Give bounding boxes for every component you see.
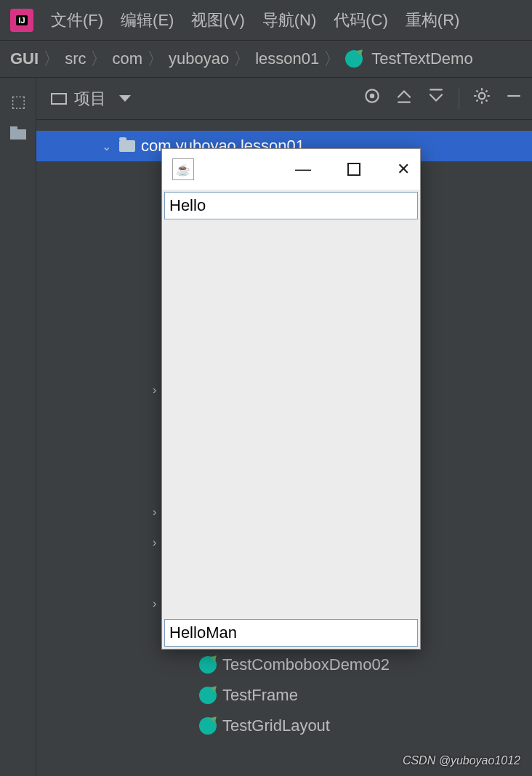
chevron-right-icon: 〉 — [43, 47, 60, 70]
menu-file[interactable]: 文件(F) — [51, 9, 103, 31]
tree-row[interactable]: TestComboboxDemo02 — [36, 650, 532, 680]
class-icon — [199, 687, 217, 704]
project-tab-icon[interactable] — [10, 125, 26, 144]
java-cup-icon: ☕ — [172, 158, 194, 180]
maximize-button[interactable] — [347, 163, 360, 176]
crumb-current[interactable]: TestTextDemo — [371, 49, 472, 68]
crumb-yuboyao[interactable]: yuboyao — [169, 49, 229, 68]
chevron-down-icon[interactable]: ⌄ — [102, 140, 113, 153]
project-toolbar: 项目 — [0, 78, 532, 120]
collapse-all-icon[interactable] — [427, 86, 446, 110]
project-view-label[interactable]: 项目 — [74, 88, 106, 110]
menu-bar: IJ 文件(F) 编辑(E) 视图(V) 导航(N) 代码(C) 重构(R) — [0, 0, 532, 40]
chevron-right-icon: 〉 — [90, 47, 108, 70]
chevron-right-icon: 〉 — [233, 47, 251, 70]
java-awt-window[interactable]: ☕ — ✕ Hello HelloMan — [161, 148, 421, 650]
crumb-lesson01[interactable]: lesson01 — [255, 49, 319, 68]
minimize-button[interactable]: — — [295, 160, 311, 179]
class-icon — [199, 717, 217, 735]
ide-logo-icon: IJ — [10, 9, 33, 32]
divider — [459, 88, 459, 110]
folder-icon — [119, 140, 135, 152]
menu-edit[interactable]: 编辑(E) — [121, 9, 174, 31]
locate-icon[interactable] — [363, 86, 382, 110]
tool-window-rail: ⬚ — [0, 78, 36, 776]
close-button[interactable]: ✕ — [397, 160, 410, 179]
chevron-right-icon: 〉 — [323, 47, 341, 70]
tree-item-label: TestGridLayout — [222, 716, 330, 735]
hide-icon[interactable] — [504, 86, 523, 110]
menu-navigate[interactable]: 导航(N) — [262, 9, 317, 31]
svg-rect-4 — [10, 126, 17, 129]
class-icon — [199, 656, 217, 674]
chevron-right-icon: 〉 — [147, 47, 164, 70]
tree-item-label: TestComboboxDemo02 — [222, 655, 390, 674]
svg-point-2 — [479, 93, 485, 100]
tree-row[interactable]: TestFrame — [36, 680, 532, 711]
crumb-root[interactable]: GUI — [10, 49, 39, 68]
window-body — [162, 222, 420, 617]
text-field-top[interactable]: Hello — [164, 192, 418, 219]
class-icon — [345, 50, 363, 68]
gear-icon[interactable] — [472, 86, 491, 110]
window-titlebar[interactable]: ☕ — ✕ — [162, 149, 420, 190]
structure-icon[interactable]: ⬚ — [9, 92, 28, 110]
breadcrumb: GUI 〉 src 〉 com 〉 yuboyao 〉 lesson01 〉 T… — [0, 40, 532, 78]
text-field-bottom[interactable]: HelloMan — [164, 619, 418, 647]
menu-view[interactable]: 视图(V) — [191, 9, 244, 31]
menu-refactor[interactable]: 重构(R) — [406, 9, 460, 31]
expand-all-icon[interactable] — [395, 86, 414, 110]
menu-code[interactable]: 代码(C) — [334, 9, 388, 31]
watermark-text: CSDN @yuboyao1012 — [403, 754, 520, 767]
crumb-com[interactable]: com — [112, 49, 142, 68]
crumb-src[interactable]: src — [65, 49, 86, 68]
dropdown-arrow-icon[interactable] — [119, 95, 131, 102]
tree-item-label: TestFrame — [222, 686, 298, 705]
tree-row[interactable]: TestGridLayout — [36, 711, 532, 741]
svg-rect-3 — [10, 129, 26, 140]
svg-point-1 — [371, 94, 374, 97]
project-view-icon[interactable] — [51, 93, 67, 105]
